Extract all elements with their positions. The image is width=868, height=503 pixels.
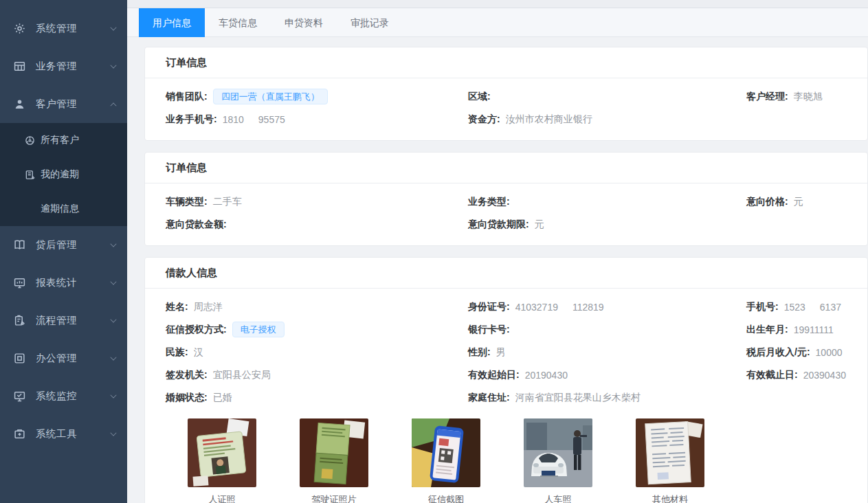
sidebar-item-label: 贷后管理 bbox=[36, 238, 77, 252]
sidebar-item-label: 客户管理 bbox=[36, 98, 77, 111]
field-label: 客户经理: bbox=[746, 91, 788, 103]
field-label: 区域: bbox=[468, 91, 491, 103]
photo-id-card[interactable] bbox=[188, 418, 256, 487]
field-value: 周志洋 bbox=[194, 301, 223, 313]
field-credit-auth-method: 征信授权方式: 电子授权 bbox=[166, 318, 468, 341]
field-value: 二手车 bbox=[213, 196, 242, 208]
field-ethnicity: 民族: 汉 bbox=[166, 341, 468, 364]
field-business-type: 业务类型: bbox=[468, 190, 746, 213]
redaction-blot bbox=[244, 115, 258, 123]
field-label: 手机号: bbox=[746, 301, 779, 313]
field-value: 181095575 bbox=[223, 114, 285, 125]
photo-person-with-car[interactable] bbox=[524, 418, 592, 487]
sidebar-item-my-overdue[interactable]: 我的逾期 bbox=[0, 157, 127, 192]
field-marital-status: 婚姻状态: 已婚 bbox=[166, 386, 468, 409]
photo-caption: 人车照 bbox=[524, 493, 592, 503]
chevron-down-icon bbox=[110, 354, 116, 360]
field-label: 有效截止日: bbox=[746, 369, 798, 381]
sidebar-item-customer-mgmt[interactable]: 客户管理 bbox=[0, 85, 127, 123]
chevron-down-icon bbox=[110, 278, 116, 284]
field-value: 15236137 bbox=[784, 302, 841, 313]
monitor-check-icon bbox=[14, 390, 25, 402]
field-intent-loan-amount: 意向贷款金额: bbox=[166, 213, 468, 236]
photo-caption: 人证照 bbox=[188, 493, 256, 503]
sidebar-item-all-customers[interactable]: 所有客户 bbox=[0, 123, 127, 157]
app-window: 系统管理 业务管理 客户管理 所有客户 bbox=[0, 0, 868, 503]
sidebar-item-label: 系统监控 bbox=[36, 390, 77, 403]
photo-license-booklet[interactable] bbox=[300, 418, 368, 487]
photo-caption: 其他材料 bbox=[636, 493, 704, 503]
sidebar-item-label: 逾期信息 bbox=[41, 203, 79, 215]
sidebar-item-business-mgmt[interactable]: 业务管理 bbox=[0, 47, 127, 85]
content-scroll-area[interactable]: 订单信息 销售团队: 四团一营（直属王鹏飞） 区域: 客户经理: bbox=[127, 37, 868, 503]
redaction-blot bbox=[805, 302, 820, 311]
field-region: 区域: bbox=[468, 85, 746, 108]
field-label: 业务手机号: bbox=[166, 113, 217, 126]
customer-mgmt-submenu: 所有客户 我的逾期 逾期信息 bbox=[0, 123, 127, 226]
photo-captions-row: 人证照 驾驶证照片 征信截图 人车照 其他材料 bbox=[188, 487, 867, 503]
photo-handwritten-doc[interactable] bbox=[636, 418, 704, 487]
sidebar-item-postloan-mgmt[interactable]: 贷后管理 bbox=[0, 226, 127, 264]
tab-car-loan-info[interactable]: 车贷信息 bbox=[205, 8, 271, 37]
field-label: 资金方: bbox=[468, 113, 500, 126]
field-value: 元 bbox=[535, 219, 544, 231]
field-valid-to: 有效截止日: 20390430 bbox=[746, 364, 867, 386]
wheel-icon bbox=[25, 135, 35, 146]
table-grid-icon bbox=[14, 60, 25, 72]
borrower-info-card: 借款人信息 姓名: 周志洋 身份证号: 41032719112819 手机号: bbox=[144, 257, 868, 503]
field-home-address: 家庭住址: 河南省宜阳县花果山乡木柴村 bbox=[468, 386, 746, 409]
sidebar-item-system-tools[interactable]: 系统工具 bbox=[0, 415, 127, 453]
gear-icon bbox=[14, 23, 25, 34]
sidebar-item-label: 办公管理 bbox=[36, 352, 77, 365]
card-title: 订单信息 bbox=[145, 153, 867, 183]
loan-intent-card: 订单信息 车辆类型: 二手车 业务类型: 意向价格: 元 bbox=[144, 152, 868, 246]
field-value: 河南省宜阳县花果山乡木柴村 bbox=[515, 392, 641, 404]
sidebar: 系统管理 业务管理 客户管理 所有客户 bbox=[0, 0, 127, 503]
sidebar-item-process-mgmt[interactable]: 流程管理 bbox=[0, 302, 127, 339]
photo-credit-auth-screenshot[interactable] bbox=[412, 418, 480, 487]
field-value: 元 bbox=[794, 196, 803, 208]
sidebar-item-system-monitor[interactable]: 系统监控 bbox=[0, 377, 127, 415]
tab-user-info[interactable]: 用户信息 bbox=[139, 8, 205, 37]
sidebar-item-label: 业务管理 bbox=[36, 60, 77, 73]
field-label: 签发机关: bbox=[166, 369, 208, 381]
chevron-down-icon bbox=[110, 24, 116, 30]
user-icon bbox=[14, 98, 25, 110]
field-id-number: 身份证号: 41032719112819 bbox=[468, 295, 746, 318]
tab-bar: 用户信息 车贷信息 申贷资料 审批记录 bbox=[127, 8, 868, 37]
sidebar-item-report-stats[interactable]: 报表统计 bbox=[0, 264, 127, 302]
field-value: 宜阳县公安局 bbox=[213, 369, 271, 381]
field-value: 20190430 bbox=[525, 370, 568, 381]
sidebar-item-label: 报表统计 bbox=[36, 276, 77, 289]
nested-square-icon bbox=[14, 353, 25, 364]
field-valid-from: 有效起始日: 20190430 bbox=[468, 364, 746, 386]
redaction-blot bbox=[558, 302, 572, 311]
field-value: 男 bbox=[496, 346, 506, 359]
field-label: 意向价格: bbox=[746, 196, 788, 208]
field-label: 业务类型: bbox=[468, 196, 510, 208]
sidebar-item-label: 系统管理 bbox=[36, 22, 77, 35]
field-intent-price: 意向价格: 元 bbox=[746, 190, 867, 213]
field-label: 有效起始日: bbox=[468, 369, 520, 381]
field-label: 姓名: bbox=[166, 301, 188, 313]
sidebar-item-label: 系统工具 bbox=[36, 427, 77, 440]
card-title: 借款人信息 bbox=[145, 258, 867, 289]
clipboard-icon bbox=[14, 315, 25, 326]
photo-caption: 驾驶证照片 bbox=[300, 493, 368, 503]
sidebar-item-office-mgmt[interactable]: 办公管理 bbox=[0, 339, 127, 377]
field-funder: 资金方: 汝州市农村商业银行 bbox=[468, 108, 746, 131]
photo-caption: 征信截图 bbox=[412, 493, 480, 503]
field-mobile-phone: 手机号: 15236137 bbox=[746, 295, 867, 318]
card-title: 订单信息 bbox=[145, 47, 867, 78]
field-value: 已婚 bbox=[213, 392, 232, 404]
photo-gallery bbox=[188, 418, 867, 487]
chevron-down-icon bbox=[110, 316, 116, 322]
sidebar-item-overdue-info[interactable]: 逾期信息 bbox=[0, 192, 127, 226]
field-label: 销售团队: bbox=[166, 91, 208, 103]
tab-approval-records[interactable]: 审批记录 bbox=[337, 8, 403, 37]
tab-loan-application-docs[interactable]: 申贷资料 bbox=[271, 8, 337, 37]
order-info-card: 订单信息 销售团队: 四团一营（直属王鹏飞） 区域: 客户经理: bbox=[144, 47, 868, 141]
sidebar-item-label: 所有客户 bbox=[41, 134, 79, 146]
sidebar-item-system-mgmt[interactable]: 系统管理 bbox=[0, 10, 127, 47]
field-label: 征信授权方式: bbox=[166, 324, 227, 336]
